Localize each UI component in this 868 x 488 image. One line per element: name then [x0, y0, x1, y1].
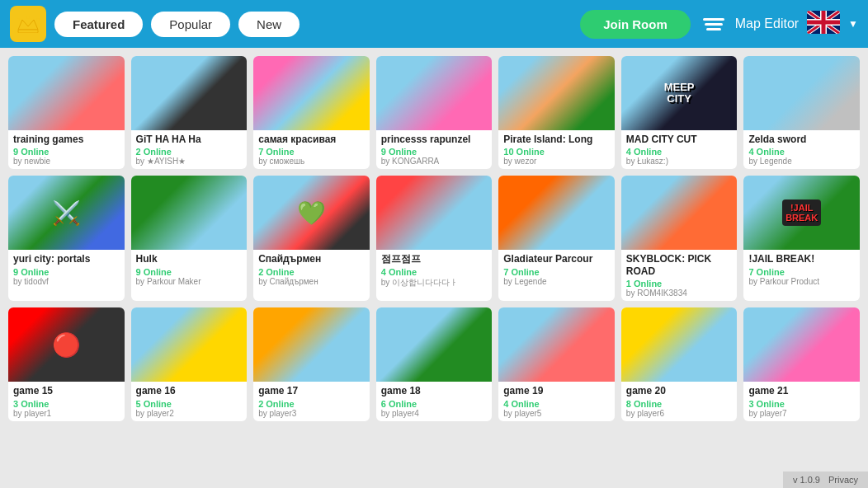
- game-online-count: 6 Online: [381, 399, 488, 409]
- game-card[interactable]: 🔴game 153 Onlineby player1: [8, 307, 125, 420]
- game-title: princesss rapunzel: [381, 134, 488, 145]
- game-card[interactable]: GiT HA HA Ha2 Onlineby ★AYISH★: [131, 56, 248, 169]
- game-author: by 이상합니다다다ㅏ: [381, 277, 488, 289]
- game-author: by Łukasz:): [626, 157, 733, 166]
- game-card[interactable]: game 208 Onlineby player6: [621, 307, 738, 420]
- game-author: by tidodvf: [13, 277, 120, 286]
- game-author: by player6: [626, 409, 733, 418]
- game-thumbnail: ⚔️: [8, 176, 125, 250]
- game-info: Gladiateur Parcour7 Onlineby Legende: [498, 250, 615, 301]
- game-info: game 165 Onlineby player2: [131, 382, 248, 420]
- game-thumbnail: [376, 56, 493, 130]
- game-title: game 15: [13, 385, 120, 396]
- game-thumbnail: [743, 307, 860, 382]
- game-card[interactable]: ⚔️yuri city: portals9 Onlineby tidodvf: [8, 176, 125, 301]
- game-author: by ROM4IK3834: [626, 289, 733, 298]
- game-card[interactable]: game 213 Onlineby player7: [743, 307, 860, 420]
- game-author: by player1: [13, 409, 120, 418]
- game-online-count: 2 Online: [258, 267, 365, 277]
- game-thumbnail: [498, 56, 615, 130]
- game-card[interactable]: Hulk9 Onlineby Parkour Maker: [131, 176, 248, 301]
- popular-nav-btn[interactable]: Popular: [151, 12, 230, 37]
- game-title: SKYBLOCK: PICK ROAD: [626, 253, 733, 277]
- featured-nav-btn[interactable]: Featured: [54, 12, 143, 37]
- privacy-link[interactable]: Privacy: [828, 475, 858, 485]
- game-online-count: 4 Online: [626, 147, 733, 157]
- game-online-count: 9 Online: [136, 267, 243, 277]
- game-online-count: 7 Online: [503, 267, 610, 277]
- game-card[interactable]: game 186 Onlineby player4: [376, 307, 493, 420]
- game-thumbnail: [621, 176, 738, 250]
- game-author: by KONGARRA: [381, 157, 488, 166]
- game-card[interactable]: !JAILBREAK!JAIL BREAK!7 Onlineby Parkour…: [743, 176, 860, 301]
- map-editor-area[interactable]: Map Editor: [699, 9, 799, 39]
- game-title: MAD CITY CUT: [626, 134, 733, 145]
- game-online-count: 7 Online: [258, 147, 365, 157]
- game-card[interactable]: game 194 Onlineby player5: [498, 307, 615, 420]
- game-online-count: 1 Online: [626, 279, 733, 289]
- game-info: game 186 Onlineby player4: [376, 382, 493, 420]
- game-title: самая красивая: [258, 134, 365, 145]
- layers-icon: [699, 9, 729, 39]
- game-author: by ★AYISH★: [136, 157, 243, 166]
- game-card[interactable]: game 172 Onlineby player3: [253, 307, 370, 420]
- game-info: SKYBLOCK: PICK ROAD1 Onlineby ROM4IK3834: [621, 250, 738, 301]
- game-title: Pirate Island: Long: [503, 134, 610, 145]
- svg-point-3: [26, 16, 30, 19]
- header: Featured Popular New Join Room Map Edito…: [0, 0, 868, 48]
- game-online-count: 4 Online: [381, 267, 488, 277]
- game-card[interactable]: самая красивая7 Onlineby сможешь: [253, 56, 370, 169]
- game-info: game 153 Onlineby player1: [8, 382, 125, 420]
- game-author: by player7: [748, 409, 855, 418]
- game-online-count: 9 Online: [13, 147, 120, 157]
- game-title: GiT HA HA Ha: [136, 134, 243, 145]
- new-nav-btn[interactable]: New: [238, 12, 300, 37]
- game-card[interactable]: game 165 Onlineby player2: [131, 307, 248, 420]
- game-card[interactable]: 점프점프4 Onlineby 이상합니다다다ㅏ: [376, 176, 493, 301]
- game-online-count: 4 Online: [503, 399, 610, 409]
- game-online-count: 7 Online: [748, 267, 855, 277]
- game-title: Gladiateur Parcour: [503, 253, 610, 265]
- game-thumbnail: [253, 56, 370, 130]
- game-info: 점프점프4 Onlineby 이상합니다다다ㅏ: [376, 250, 493, 301]
- game-info: Zelda sword4 Onlineby Legende: [743, 130, 860, 169]
- game-title: !JAIL BREAK!: [748, 253, 855, 265]
- game-author: by сможешь: [258, 157, 365, 166]
- game-online-count: 3 Online: [748, 399, 855, 409]
- svg-rect-1: [18, 30, 38, 33]
- game-info: GiT HA HA Ha2 Onlineby ★AYISH★: [131, 130, 248, 169]
- game-title: Zelda sword: [748, 134, 855, 145]
- game-author: by Спайдърмен: [258, 277, 365, 286]
- game-thumbnail: [376, 307, 493, 382]
- game-card[interactable]: princesss rapunzel9 Onlineby KONGARRA: [376, 56, 493, 169]
- game-title: Спайдърмен: [258, 253, 365, 265]
- game-thumbnail: [253, 307, 370, 382]
- game-card[interactable]: training games9 Onlineby newbie: [8, 56, 125, 169]
- game-author: by player4: [381, 409, 488, 418]
- game-card[interactable]: 💚Спайдърмен2 Onlineby Спайдърмен: [253, 176, 370, 301]
- game-thumbnail: MEEPCITY: [621, 56, 738, 130]
- content-grid: training games9 Onlineby newbieGiT HA HA…: [0, 48, 868, 488]
- game-info: game 208 Onlineby player6: [621, 382, 738, 420]
- game-card[interactable]: Pirate Island: Long10 Onlineby wezor: [498, 56, 615, 169]
- footer: v 1.0.9 Privacy: [783, 472, 868, 488]
- game-online-count: 8 Online: [626, 399, 733, 409]
- game-title: 점프점프: [381, 253, 488, 265]
- game-author: by player2: [136, 409, 243, 418]
- game-info: MAD CITY CUT4 Onlineby Łukasz:): [621, 130, 738, 169]
- join-room-button[interactable]: Join Room: [580, 10, 691, 39]
- game-info: game 172 Onlineby player3: [253, 382, 370, 420]
- game-card[interactable]: Zelda sword4 Onlineby Legende: [743, 56, 860, 169]
- game-online-count: 9 Online: [381, 147, 488, 157]
- game-thumbnail: [498, 307, 615, 382]
- game-online-count: 3 Online: [13, 399, 120, 409]
- game-info: Спайдърмен2 Onlineby Спайдърмен: [253, 250, 370, 301]
- game-thumbnail: [8, 56, 125, 130]
- game-info: game 194 Onlineby player5: [498, 382, 615, 420]
- crown-icon[interactable]: [10, 6, 46, 42]
- game-card[interactable]: MEEPCITYMAD CITY CUT4 Onlineby Łukasz:): [621, 56, 738, 169]
- language-flag[interactable]: [807, 11, 840, 37]
- language-dropdown-icon[interactable]: ▼: [848, 18, 858, 30]
- game-card[interactable]: SKYBLOCK: PICK ROAD1 Onlineby ROM4IK3834: [621, 176, 738, 301]
- game-card[interactable]: Gladiateur Parcour7 Onlineby Legende: [498, 176, 615, 301]
